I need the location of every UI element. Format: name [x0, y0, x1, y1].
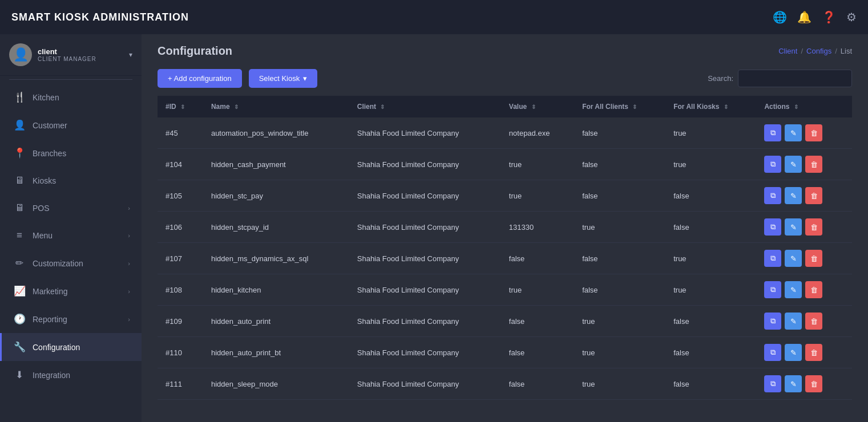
- sidebar-item-pos[interactable]: 🖥 POS ›: [0, 194, 142, 222]
- cell-client: Shahia Food Limited Company: [349, 243, 501, 274]
- edit-button[interactable]: ✎: [785, 313, 802, 330]
- user-section[interactable]: 👤 client CLIENT MANAGER ▾: [0, 34, 142, 76]
- cell-id: #109: [158, 306, 203, 337]
- cell-id: #111: [158, 368, 203, 400]
- edit-button[interactable]: ✎: [785, 124, 802, 141]
- bell-icon[interactable]: 🔔: [797, 10, 812, 24]
- cell-name: hidden_auto_print: [203, 306, 349, 337]
- delete-button[interactable]: 🗑: [805, 375, 822, 392]
- cell-value: false: [501, 243, 574, 274]
- select-kiosk-button[interactable]: Select Kiosk ▾: [249, 69, 318, 88]
- cell-value: false: [501, 368, 574, 400]
- copy-button[interactable]: ⧉: [764, 313, 781, 330]
- cell-name: hidden_cash_payment: [203, 149, 349, 180]
- search-label: Search:: [708, 74, 733, 83]
- main-header: Configuration Client / Configs / List: [142, 34, 868, 64]
- config-table: #ID ⇕ Name ⇕ Client ⇕ Value ⇕ For All Cl…: [158, 96, 852, 400]
- table-row: #104 hidden_cash_payment Shahia Food Lim…: [158, 149, 852, 180]
- cell-client: Shahia Food Limited Company: [349, 337, 501, 368]
- delete-button[interactable]: 🗑: [805, 250, 822, 267]
- delete-button[interactable]: 🗑: [805, 281, 822, 298]
- sidebar-item-kiosks[interactable]: 🖥 Kiosks: [0, 167, 142, 194]
- cell-actions: ⧉ ✎ 🗑: [756, 337, 852, 368]
- table-row: #107 hidden_ms_dynamics_ax_sql Shahia Fo…: [158, 243, 852, 274]
- cell-name: hidden_sleep_mode: [203, 368, 349, 400]
- chevron-right-icon: ›: [128, 205, 130, 212]
- edit-button[interactable]: ✎: [785, 375, 802, 392]
- edit-button[interactable]: ✎: [785, 187, 802, 204]
- copy-button[interactable]: ⧉: [764, 156, 781, 173]
- sidebar-item-kitchen[interactable]: 🍴 Kitchen: [0, 83, 142, 111]
- delete-button[interactable]: 🗑: [805, 187, 822, 204]
- user-role: CLIENT MANAGER: [38, 56, 123, 62]
- delete-button[interactable]: 🗑: [805, 218, 822, 236]
- copy-button[interactable]: ⧉: [764, 344, 781, 361]
- delete-button[interactable]: 🗑: [805, 344, 822, 361]
- sidebar-item-menu[interactable]: ≡ Menu ›: [0, 222, 142, 249]
- delete-button[interactable]: 🗑: [805, 124, 822, 141]
- actions-group: ⧉ ✎ 🗑: [764, 313, 844, 330]
- sidebar-item-reporting[interactable]: 🕐 Reporting ›: [0, 305, 142, 333]
- sort-icon: ⇕: [724, 104, 728, 110]
- cell-for-all-clients: true: [574, 368, 665, 400]
- chevron-down-icon: ▾: [303, 74, 307, 83]
- sidebar-item-label: Kitchen: [33, 93, 130, 102]
- sidebar-item-customization[interactable]: ✏ Customization ›: [0, 249, 142, 277]
- copy-button[interactable]: ⧉: [764, 281, 781, 298]
- sidebar-item-label: Reporting: [33, 315, 121, 324]
- cell-for-all-kiosks: true: [665, 117, 756, 149]
- sidebar-item-configuration[interactable]: 🔧 Configuration: [0, 333, 142, 361]
- sidebar-item-marketing[interactable]: 📈 Marketing ›: [0, 277, 142, 305]
- settings-icon[interactable]: ⚙: [846, 10, 857, 24]
- table-row: #111 hidden_sleep_mode Shahia Food Limit…: [158, 368, 852, 400]
- table-wrapper: #ID ⇕ Name ⇕ Client ⇕ Value ⇕ For All Cl…: [142, 96, 868, 422]
- edit-button[interactable]: ✎: [785, 250, 802, 267]
- breadcrumb-configs[interactable]: Configs: [806, 47, 831, 55]
- add-configuration-button[interactable]: + Add configuration: [158, 69, 242, 88]
- delete-button[interactable]: 🗑: [805, 156, 822, 173]
- edit-button[interactable]: ✎: [785, 218, 802, 236]
- copy-button[interactable]: ⧉: [764, 250, 781, 267]
- breadcrumb-client[interactable]: Client: [778, 47, 797, 55]
- table-row: #110 hidden_auto_print_bt Shahia Food Li…: [158, 337, 852, 368]
- table-row: #109 hidden_auto_print Shahia Food Limit…: [158, 306, 852, 337]
- cell-actions: ⧉ ✎ 🗑: [756, 243, 852, 274]
- cell-value: 131330: [501, 212, 574, 243]
- copy-button[interactable]: ⧉: [764, 187, 781, 204]
- copy-button[interactable]: ⧉: [764, 375, 781, 392]
- cell-id: #110: [158, 337, 203, 368]
- sidebar-item-integration[interactable]: ⬇ Integration: [0, 361, 142, 389]
- globe-icon[interactable]: 🌐: [773, 10, 787, 24]
- delete-button[interactable]: 🗑: [805, 313, 822, 330]
- header: SMART KIOSK ADMINISTRATION 🌐 🔔 ❓ ⚙: [0, 0, 868, 34]
- table-row: #45 automation_pos_window_title Shahia F…: [158, 117, 852, 149]
- edit-button[interactable]: ✎: [785, 281, 802, 298]
- app-title: SMART KIOSK ADMINISTRATION: [11, 11, 189, 23]
- sidebar-item-customer[interactable]: 👤 Customer: [0, 111, 142, 139]
- search-input[interactable]: [738, 70, 852, 87]
- sidebar-item-branches[interactable]: 📍 Branches: [0, 139, 142, 167]
- cell-actions: ⧉ ✎ 🗑: [756, 274, 852, 306]
- cell-id: #108: [158, 274, 203, 306]
- copy-button[interactable]: ⧉: [764, 124, 781, 141]
- help-icon[interactable]: ❓: [822, 10, 836, 24]
- cell-id: #104: [158, 149, 203, 180]
- cell-client: Shahia Food Limited Company: [349, 149, 501, 180]
- menu-icon: ≡: [13, 230, 26, 241]
- cell-name: hidden_auto_print_bt: [203, 337, 349, 368]
- cell-for-all-clients: true: [574, 212, 665, 243]
- cell-for-all-kiosks: false: [665, 337, 756, 368]
- cell-for-all-kiosks: false: [665, 306, 756, 337]
- edit-button[interactable]: ✎: [785, 156, 802, 173]
- cell-for-all-clients: true: [574, 337, 665, 368]
- copy-button[interactable]: ⧉: [764, 218, 781, 236]
- cell-id: #106: [158, 212, 203, 243]
- main-content: Configuration Client / Configs / List + …: [142, 34, 868, 422]
- edit-button[interactable]: ✎: [785, 344, 802, 361]
- cell-actions: ⧉ ✎ 🗑: [756, 368, 852, 400]
- header-icons: 🌐 🔔 ❓ ⚙: [773, 10, 857, 24]
- actions-group: ⧉ ✎ 🗑: [764, 187, 844, 204]
- configuration-icon: 🔧: [13, 341, 26, 353]
- cell-for-all-kiosks: true: [665, 274, 756, 306]
- cell-for-all-clients: false: [574, 149, 665, 180]
